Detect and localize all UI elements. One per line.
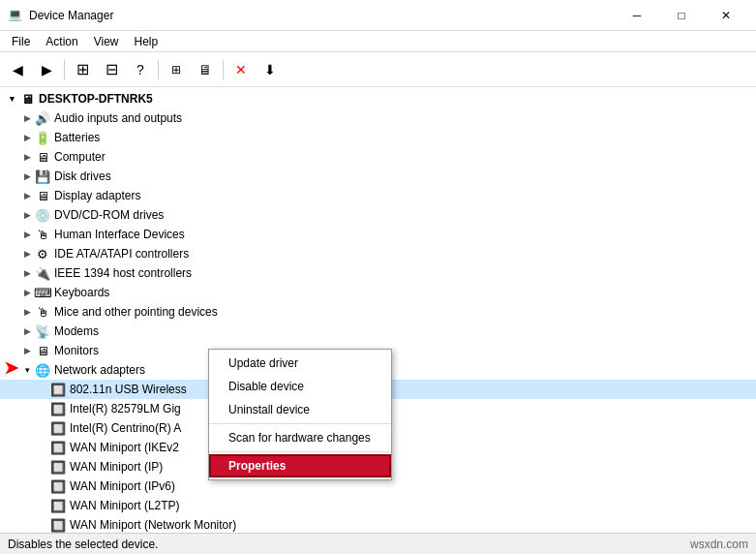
label-net7: WAN Miniport (L2TP): [70, 499, 180, 512]
context-menu-disable[interactable]: Disable device: [209, 375, 391, 398]
toolbar-update[interactable]: ⬇: [257, 56, 284, 83]
toolbar-back[interactable]: ◀: [4, 56, 31, 83]
expand-mice[interactable]: ▶: [19, 304, 35, 320]
title-buttons: ─ □ ✕: [615, 1, 748, 30]
tree-root[interactable]: ▾ 🖥 DESKTOP-DFTNRK5: [0, 89, 756, 108]
icon-dvd: 💿: [35, 207, 50, 223]
icon-net2: 🔲: [50, 401, 66, 416]
icon-net4: 🔲: [50, 440, 66, 455]
tree-item-ieee[interactable]: ▶ 🔌 IEEE 1394 host controllers: [0, 263, 756, 283]
icon-net1: 🔲: [50, 382, 66, 397]
icon-modems: 📡: [35, 323, 50, 339]
label-disk: Disk drives: [54, 169, 111, 183]
label-net2: Intel(R) 82579LM Gig: [70, 402, 181, 416]
context-menu: Update driver Disable device Uninstall d…: [208, 349, 392, 480]
toolbar-sep-2: [158, 60, 159, 79]
toolbar-uninstall[interactable]: ✕: [227, 56, 255, 83]
tree-item-ide[interactable]: ▶ ⚙ IDE ATA/ATAPI controllers: [0, 244, 756, 263]
expand-modems[interactable]: ▶: [19, 323, 35, 339]
label-net6: WAN Miniport (IPv6): [70, 479, 175, 493]
label-computer: Computer: [54, 150, 106, 164]
icon-net8: 🔲: [50, 517, 66, 533]
label-display: Display adapters: [54, 189, 140, 202]
tree-item-mice[interactable]: ▶ 🖱 Mice and other pointing devices: [0, 302, 756, 322]
menu-help[interactable]: Help: [127, 33, 166, 50]
expand-disk[interactable]: ▶: [19, 169, 35, 184]
scan-label: Scan for hardware changes: [228, 431, 371, 445]
icon-net7: 🔲: [50, 498, 66, 513]
tree-item-audio[interactable]: ▶ 🔊 Audio inputs and outputs: [0, 108, 756, 128]
menu-view[interactable]: View: [86, 33, 127, 50]
tree-item-net7[interactable]: ▶ 🔲 WAN Miniport (L2TP): [0, 496, 756, 515]
update-driver-label: Update driver: [228, 356, 298, 370]
context-menu-uninstall[interactable]: Uninstall device: [209, 398, 391, 421]
context-menu-update[interactable]: Update driver: [209, 352, 391, 375]
tree-item-modems[interactable]: ▶ 📡 Modems: [0, 322, 756, 341]
label-kbd: Keyboards: [54, 286, 109, 299]
close-button[interactable]: ✕: [704, 1, 748, 30]
expand-batteries[interactable]: ▶: [19, 130, 35, 145]
expand-ieee[interactable]: ▶: [19, 265, 35, 281]
icon-net3: 🔲: [50, 420, 66, 436]
icon-audio: 🔊: [35, 110, 50, 126]
status-bar: Disables the selected device. wsxdn.com: [0, 533, 756, 554]
icon-batteries: 🔋: [35, 130, 50, 145]
context-menu-properties[interactable]: Properties: [209, 454, 391, 477]
label-audio: Audio inputs and outputs: [54, 111, 182, 125]
app-icon: 💻: [8, 8, 23, 23]
toolbar-scan[interactable]: ⊞: [163, 56, 190, 83]
icon-ieee: 🔌: [35, 265, 50, 281]
expand-dvd[interactable]: ▶: [19, 207, 35, 223]
expand-root[interactable]: ▾: [4, 91, 19, 107]
tree-item-batteries[interactable]: ▶ 🔋 Batteries: [0, 128, 756, 147]
window-title: Device Manager: [29, 9, 113, 22]
main-area: ➤ ▾ 🖥 DESKTOP-DFTNRK5 ▶ 🔊 Audio inputs a…: [0, 87, 756, 533]
tree-item-dvd[interactable]: ▶ 💿 DVD/CD-ROM drives: [0, 205, 756, 225]
label-network: Network adapters: [54, 363, 145, 377]
menu-file[interactable]: File: [4, 33, 38, 50]
toolbar-sep-1: [64, 60, 65, 79]
icon-computer: 🖥: [35, 149, 50, 165]
icon-disk: 💾: [35, 169, 50, 184]
expand-audio[interactable]: ▶: [19, 110, 35, 126]
toolbar-driver[interactable]: ⊟: [98, 56, 125, 83]
expand-display[interactable]: ▶: [19, 188, 35, 203]
expand-computer[interactable]: ▶: [19, 149, 35, 165]
expand-network[interactable]: ▾: [19, 362, 35, 378]
icon-hid: 🖱: [35, 227, 50, 242]
minimize-button[interactable]: ─: [615, 1, 659, 30]
tree-item-net8[interactable]: ▶ 🔲 WAN Miniport (Network Monitor): [0, 515, 756, 533]
label-ide: IDE ATA/ATAPI controllers: [54, 247, 189, 261]
label-mice: Mice and other pointing devices: [54, 305, 218, 319]
maximize-button[interactable]: □: [659, 1, 704, 30]
tree-item-kbd[interactable]: ▶ ⌨ Keyboards: [0, 283, 756, 302]
label-net3: Intel(R) Centrino(R) A: [70, 421, 181, 435]
icon-monitors: 🖥: [35, 343, 50, 358]
label-ieee: IEEE 1394 host controllers: [54, 266, 192, 280]
tree-item-computer[interactable]: ▶ 🖥 Computer: [0, 147, 756, 167]
toolbar-help[interactable]: ?: [127, 56, 154, 83]
tree-item-display[interactable]: ▶ 🖥 Display adapters: [0, 186, 756, 205]
title-bar: 💻 Device Manager ─ □ ✕: [0, 0, 756, 31]
expand-hid[interactable]: ▶: [19, 227, 35, 242]
toolbar-computer[interactable]: 🖥: [192, 56, 219, 83]
expand-ide[interactable]: ▶: [19, 246, 35, 262]
context-menu-scan[interactable]: Scan for hardware changes: [209, 426, 391, 449]
label-batteries: Batteries: [54, 131, 100, 144]
label-net8: WAN Miniport (Network Monitor): [70, 518, 236, 532]
tree-item-hid[interactable]: ▶ 🖱 Human Interface Devices: [0, 225, 756, 244]
context-menu-sep-1: [209, 423, 391, 424]
status-message: Disables the selected device.: [8, 538, 158, 551]
tree-item-disk[interactable]: ▶ 💾 Disk drives: [0, 167, 756, 186]
label-dvd: DVD/CD-ROM drives: [54, 208, 164, 222]
icon-net5: 🔲: [50, 459, 66, 475]
toolbar-forward[interactable]: ▶: [33, 56, 60, 83]
label-net1: 802.11n USB Wireless: [70, 383, 187, 396]
icon-network: 🌐: [35, 362, 50, 378]
expand-monitors[interactable]: ▶: [19, 343, 35, 358]
toolbar-properties[interactable]: ⊞: [69, 56, 96, 83]
title-bar-left: 💻 Device Manager: [8, 8, 113, 23]
label-monitors: Monitors: [54, 344, 99, 357]
label-net4: WAN Miniport (IKEv2: [70, 441, 179, 454]
menu-action[interactable]: Action: [38, 33, 85, 50]
